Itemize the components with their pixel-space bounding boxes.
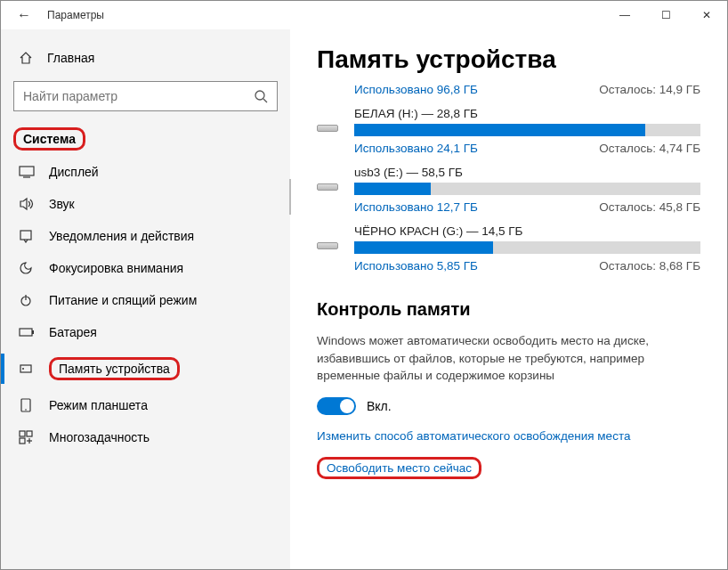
minimize-button[interactable]: — [604, 1, 645, 29]
svg-point-0 [255, 91, 264, 100]
home-icon [19, 51, 35, 65]
notifications-icon [19, 229, 35, 243]
search-icon [254, 89, 268, 103]
search-input-wrap[interactable] [13, 81, 278, 111]
sidebar-item-notifications[interactable]: Уведомления и действия [13, 220, 278, 252]
page-title: Память устройства [317, 45, 700, 74]
sidebar-item-label: Фокусировка внимания [49, 261, 183, 275]
svg-rect-2 [20, 167, 34, 175]
drive-icon [317, 183, 342, 191]
drive-title: БЕЛАЯ (H:) — 28,8 ГБ [354, 107, 700, 120]
display-icon [19, 166, 35, 178]
close-button[interactable]: ✕ [686, 1, 727, 29]
window-title: Параметры [47, 9, 104, 21]
svg-rect-9 [20, 365, 31, 372]
svg-rect-7 [20, 329, 32, 336]
sidebar-item-focus[interactable]: Фокусировка внимания [13, 252, 278, 284]
drive-summary: Использовано 96,8 ГБ Осталось: 14,9 ГБ [317, 83, 700, 96]
change-auto-free-link[interactable]: Изменить способ автоматического освобожд… [317, 429, 700, 443]
drive-title: usb3 (E:) — 58,5 ГБ [354, 166, 700, 179]
sound-icon [19, 197, 35, 211]
search-input[interactable] [23, 89, 254, 103]
drive-bar[interactable] [354, 241, 700, 254]
svg-point-10 [22, 368, 24, 370]
sidebar-home-label: Главная [47, 51, 94, 65]
window-controls: — ☐ ✕ [604, 1, 727, 29]
drive-free-label: Осталось: 8,68 ГБ [599, 259, 700, 273]
sidebar-item-storage[interactable]: Память устройства [13, 348, 278, 389]
storage-sense-toggle-row: Вкл. [317, 397, 700, 415]
svg-point-12 [25, 409, 27, 411]
focus-icon [19, 261, 35, 275]
back-button[interactable]: ← [17, 7, 38, 23]
drive-free-label: Осталось: 14,9 ГБ [599, 83, 700, 96]
drive-free-label: Осталось: 45,8 ГБ [599, 200, 700, 214]
sidebar-section-heading: Система [13, 127, 85, 151]
tablet-icon [19, 398, 35, 412]
sidebar: Главная Система Дисплей Звук Уведомления… [1, 29, 290, 569]
drive-used-link[interactable]: Использовано 12,7 ГБ [354, 200, 478, 214]
drive-used-link[interactable]: Использовано 96,8 ГБ [354, 83, 478, 96]
sidebar-item-label: Память устройства [49, 357, 180, 380]
drive-row: БЕЛАЯ (H:) — 28,8 ГБ Использовано 24,1 Г… [317, 107, 700, 155]
drive-bar[interactable] [354, 124, 700, 136]
svg-rect-14 [27, 431, 32, 436]
storage-sense-desc: Windows может автоматически освободить м… [317, 332, 700, 385]
drive-icon [317, 125, 342, 132]
drive-used-link[interactable]: Использовано 5,85 ГБ [354, 259, 478, 273]
svg-rect-13 [20, 431, 25, 436]
sidebar-item-tablet[interactable]: Режим планшета [13, 389, 278, 421]
sidebar-item-label: Звук [49, 197, 75, 211]
svg-line-1 [263, 99, 267, 102]
sidebar-item-label: Питание и спящий режим [49, 293, 197, 307]
svg-rect-15 [20, 438, 25, 444]
drive-row: ЧЁРНО КРАСН (G:) — 14,5 ГБ Использовано … [317, 224, 700, 273]
storage-sense-toggle[interactable] [317, 397, 356, 415]
storage-icon [19, 362, 35, 376]
drive-free-label: Осталось: 4,74 ГБ [599, 142, 700, 155]
sidebar-item-display[interactable]: Дисплей [13, 156, 278, 188]
svg-rect-4 [20, 231, 31, 240]
sidebar-nav: Дисплей Звук Уведомления и действия Фоку… [13, 156, 278, 453]
free-up-now-link[interactable]: Освободить место сейчас [317, 457, 700, 479]
sidebar-item-label: Многозадачность [49, 430, 150, 444]
sidebar-item-multitasking[interactable]: Многозадачность [13, 421, 278, 453]
drive-title: ЧЁРНО КРАСН (G:) — 14,5 ГБ [354, 224, 700, 238]
sidebar-item-power[interactable]: Питание и спящий режим [13, 284, 278, 316]
sidebar-item-label: Режим планшета [49, 398, 148, 412]
toggle-label: Вкл. [367, 399, 392, 413]
drive-used-link[interactable]: Использовано 24,1 ГБ [354, 142, 478, 155]
sidebar-item-battery[interactable]: Батарея [13, 316, 278, 348]
drive-icon [317, 242, 342, 249]
titlebar: ← Параметры — ☐ ✕ [1, 1, 727, 29]
content: Память устройства Использовано 96,8 ГБ О… [290, 29, 727, 569]
multitasking-icon [19, 430, 35, 444]
maximize-button[interactable]: ☐ [645, 1, 686, 29]
svg-rect-8 [32, 330, 34, 334]
power-icon [19, 293, 35, 307]
storage-sense-heading: Контроль памяти [317, 299, 700, 320]
drive-bar[interactable] [354, 183, 700, 195]
sidebar-item-sound[interactable]: Звук [13, 188, 278, 220]
sidebar-item-label: Батарея [49, 325, 97, 339]
sidebar-item-label: Уведомления и действия [49, 229, 194, 243]
sidebar-item-label: Дисплей [49, 165, 99, 179]
battery-icon [19, 327, 35, 338]
sidebar-home[interactable]: Главная [13, 45, 278, 77]
drive-row: usb3 (E:) — 58,5 ГБ Использовано 12,7 ГБ… [317, 166, 700, 214]
